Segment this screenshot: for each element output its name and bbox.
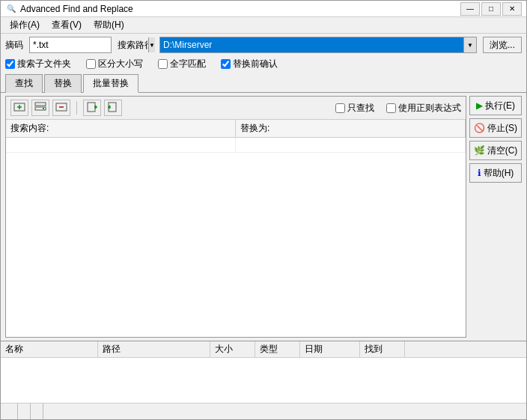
add-multiple-rows-button[interactable]	[31, 100, 49, 116]
maximize-button[interactable]: □	[481, 2, 501, 16]
case-sensitive-option[interactable]: 区分大小写	[86, 58, 143, 70]
results-body	[1, 358, 526, 403]
stop-icon: 🚫	[474, 123, 485, 133]
col-replace-header: 替换为:	[236, 120, 466, 137]
content-area: 只查找 使用正则表达式 搜索内容: 替换为:	[1, 93, 526, 341]
toolbar-separator	[76, 101, 77, 115]
tab-batch-replace[interactable]: 批量替换	[83, 74, 138, 93]
stop-label: 停止(S)	[487, 122, 517, 135]
results-col-found: 找到	[360, 341, 405, 357]
confirm-replace-checkbox[interactable]	[221, 59, 231, 69]
tabs-row: 查找 替换 批量替换	[1, 73, 526, 93]
menu-view[interactable]: 查看(V)	[46, 17, 88, 33]
import-icon	[86, 101, 98, 115]
path-input[interactable]	[160, 37, 463, 52]
status-bar	[1, 403, 526, 419]
help-icon: ℹ	[478, 168, 481, 178]
replace-table: 搜索内容: 替换为:	[6, 120, 466, 337]
window-title: Advanced Find and Replace	[20, 4, 460, 14]
status-segment-3	[31, 404, 43, 419]
side-buttons: ▶ 执行(E) 🚫 停止(S) 🌿 清空(C) ℹ 帮助(H)	[469, 96, 522, 338]
mask-combo[interactable]: ▼	[29, 37, 112, 53]
clear-icon: 🌿	[474, 145, 485, 156]
execute-button[interactable]: ▶ 执行(E)	[469, 96, 522, 115]
status-segment-2	[18, 404, 31, 419]
table-header: 搜索内容: 替换为:	[6, 120, 466, 138]
replace-cell[interactable]	[236, 138, 466, 152]
whole-word-label: 全字匹配	[170, 58, 206, 70]
path-dropdown-btn[interactable]: ▼	[463, 37, 476, 52]
use-regex-checkbox[interactable]	[386, 103, 396, 113]
table-body	[6, 138, 466, 337]
add-multiple-rows-icon	[34, 101, 46, 115]
toolbar-options: 只查找 使用正则表达式	[125, 102, 461, 115]
replace-toolbar: 只查找 使用正则表达式	[6, 97, 466, 120]
tab-replace[interactable]: 替换	[44, 74, 82, 93]
menu-bar: 操作(A) 查看(V) 帮助(H)	[1, 17, 526, 34]
results-area: 名称 路径 大小 类型 日期 找到	[1, 341, 526, 403]
main-panel: 只查找 使用正则表达式 搜索内容: 替换为:	[5, 96, 466, 338]
add-row-button[interactable]	[10, 100, 28, 116]
export-button[interactable]	[104, 100, 122, 116]
search-subfolders-label: 搜索子文件夹	[17, 58, 71, 70]
add-row-icon	[13, 101, 25, 115]
results-col-name: 名称	[1, 341, 98, 357]
delete-row-icon	[55, 101, 67, 115]
status-segment-1	[5, 404, 18, 419]
mask-input[interactable]	[30, 37, 148, 52]
execute-icon: ▶	[476, 100, 483, 111]
close-button[interactable]: ✕	[502, 2, 522, 16]
svg-rect-9	[88, 103, 95, 112]
use-regex-label: 使用正则表达式	[398, 102, 461, 115]
results-col-date: 日期	[300, 341, 360, 357]
col-search-header: 搜索内容:	[6, 120, 236, 137]
execute-label: 执行(E)	[485, 100, 515, 112]
tab-find[interactable]: 查找	[5, 74, 43, 93]
export-icon	[107, 101, 119, 115]
mask-dropdown-btn[interactable]: ▼	[148, 37, 155, 52]
results-header: 名称 路径 大小 类型 日期 找到	[1, 341, 526, 358]
main-window: 🔍 Advanced Find and Replace — □ ✕ 操作(A) …	[0, 0, 527, 420]
delete-row-button[interactable]	[52, 100, 70, 116]
confirm-replace-label: 替换前确认	[233, 58, 278, 70]
results-col-size: 大小	[210, 341, 255, 357]
menu-help[interactable]: 帮助(H)	[88, 17, 130, 33]
stop-button[interactable]: 🚫 停止(S)	[469, 118, 522, 138]
menu-operations[interactable]: 操作(A)	[4, 17, 46, 33]
app-icon: 🔍	[5, 3, 17, 15]
find-only-label: 只查找	[347, 102, 374, 115]
confirm-replace-option[interactable]: 替换前确认	[221, 58, 278, 70]
svg-rect-3	[35, 103, 46, 106]
case-sensitive-checkbox[interactable]	[86, 59, 96, 69]
table-row[interactable]	[6, 138, 466, 153]
clear-button[interactable]: 🌿 清空(C)	[469, 141, 522, 160]
whole-word-checkbox[interactable]	[158, 59, 168, 69]
results-col-type: 类型	[255, 341, 300, 357]
search-subfolders-option[interactable]: 搜索子文件夹	[5, 58, 71, 70]
toolbar-row: 摘码 ▼ 搜索路径 ▼ 浏览...	[1, 34, 526, 56]
path-combo[interactable]: ▼	[159, 37, 477, 53]
whole-word-option[interactable]: 全字匹配	[158, 58, 206, 70]
results-col-path: 路径	[98, 341, 210, 357]
help-label: 帮助(H)	[484, 167, 514, 180]
mask-label: 摘码	[5, 39, 23, 52]
clear-label: 清空(C)	[487, 144, 518, 157]
find-only-option[interactable]: 只查找	[335, 102, 374, 115]
import-button[interactable]	[83, 100, 101, 116]
title-bar-controls: — □ ✕	[460, 2, 522, 16]
browse-button[interactable]: 浏览...	[483, 37, 522, 53]
search-subfolders-checkbox[interactable]	[5, 59, 15, 69]
help-button[interactable]: ℹ 帮助(H)	[469, 163, 522, 183]
use-regex-option[interactable]: 使用正则表达式	[386, 102, 461, 115]
title-bar: 🔍 Advanced Find and Replace — □ ✕	[1, 1, 526, 17]
find-only-checkbox[interactable]	[335, 103, 345, 113]
case-sensitive-label: 区分大小写	[98, 58, 143, 70]
minimize-button[interactable]: —	[460, 2, 480, 16]
search-cell[interactable]	[6, 138, 236, 152]
options-row: 搜索子文件夹 区分大小写 全字匹配 替换前确认	[1, 56, 526, 73]
